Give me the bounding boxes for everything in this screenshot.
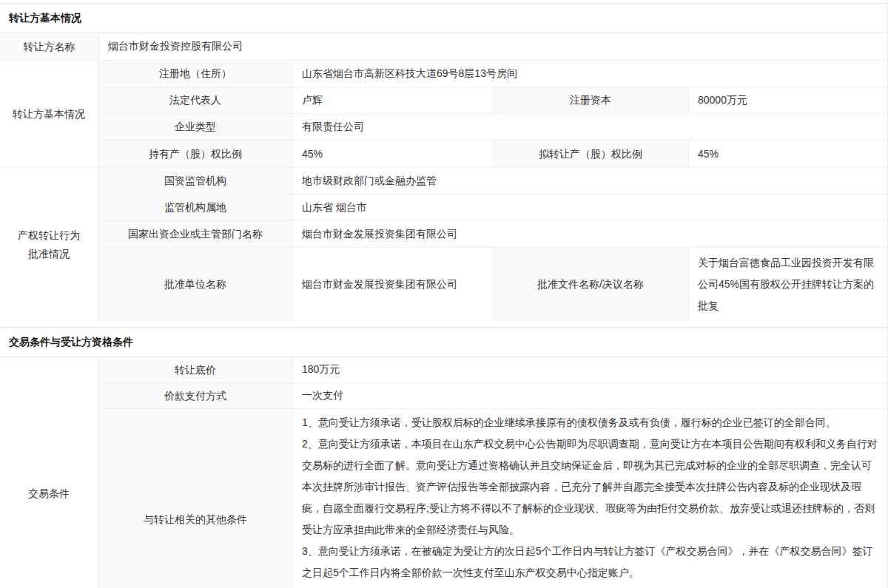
field-value-registered-capital: 80000万元: [688, 87, 887, 113]
table-row-equity-ratios: 持有产（股）权比例 45% 拟转让产（股）权比例 45%: [98, 141, 887, 167]
table-row-other-conditions: 与转让相关的其他条件 1、意向受让方须承诺，受让股权后标的企业继续承接原有的债权…: [98, 409, 887, 588]
other-conditions-paragraph-4: 4、意向受让方须承诺，若被确定为受让方，同意受让标的企业45%股权后，承接履行转…: [302, 584, 878, 588]
field-value-floor-price: 180万元: [292, 357, 887, 382]
table-row-approval-unit-doc: 批准单位名称 烟台市财金发展投资集团有限公司 批准文件名称/决议名称 关于烟台富…: [98, 248, 887, 321]
field-label-registered-address: 注册地（住所）: [98, 61, 292, 87]
table-row-transferor-name: 转让方名称 烟台市财金投资控股有限公司: [0, 33, 887, 61]
field-label-approval-unit: 批准单位名称: [98, 248, 292, 321]
group-rows-trade-conditions: 转让底价 180万元 价款支付方式 一次支付 与转让相关的其他条件 1、意向受让…: [98, 357, 887, 588]
table-row-company-type: 企业类型 有限责任公司: [98, 114, 887, 141]
other-conditions-paragraph-1: 1、意向受让方须承诺，受让股权后标的企业继续承接原有的债权债务及或有负债，履行标…: [302, 412, 878, 433]
field-label-regulator-region: 监管机构属地: [98, 195, 292, 220]
field-value-regulator-region: 山东省 烟台市: [292, 195, 887, 220]
section-transferor-basic-info: 转让方基本情况 转让方名称 烟台市财金投资控股有限公司 转让方基本情况 注册地（…: [0, 3, 887, 321]
table-row-floor-price: 转让底价 180万元: [98, 357, 887, 383]
group-transferor-basic: 转让方基本情况 注册地（住所） 山东省烟台市高新区科技大道69号8层13号房间 …: [0, 61, 887, 168]
field-label-regulator: 国资监管机构: [98, 168, 292, 194]
field-value-payment-method: 一次支付: [292, 383, 887, 408]
section-trade-conditions: 交易条件与受让方资格条件 交易条件 转让底价 180万元 价款支付方式 一次支付…: [0, 327, 887, 588]
table-row-regulator: 国资监管机构 地市级财政部门或金融办监管: [98, 168, 887, 195]
field-label-floor-price: 转让底价: [98, 357, 292, 382]
field-label-company-type: 企业类型: [98, 114, 292, 140]
field-label-legal-rep: 法定代表人: [98, 87, 292, 113]
field-label-registered-capital: 注册资本: [492, 87, 688, 113]
other-conditions-paragraph-3: 3、意向受让方须承诺，在被确定为受让方的次日起5个工作日内与转让方签订《产权交易…: [302, 541, 878, 584]
field-value-held-ratio: 45%: [292, 141, 492, 167]
group-rows-transferor-basic: 注册地（住所） 山东省烟台市高新区科技大道69号8层13号房间 法定代表人 卢辉…: [98, 61, 887, 167]
group-label-approval-status: 产权转让行为 批准情况: [0, 168, 98, 321]
field-label-transferor-name: 转让方名称: [0, 33, 98, 60]
field-label-to-transfer-ratio: 拟转让产（股）权比例: [492, 141, 688, 167]
field-label-held-ratio: 持有产（股）权比例: [98, 141, 292, 167]
field-value-legal-rep: 卢辉: [292, 87, 492, 113]
field-label-other-conditions: 与转让相关的其他条件: [98, 409, 292, 588]
field-value-approval-doc: 关于烟台富德食品工业园投资开发有限公司45%国有股权公开挂牌转让方案的批复: [688, 248, 887, 321]
transfer-listing-detail-page: 转让方基本情况 转让方名称 烟台市财金投资控股有限公司 转让方基本情况 注册地（…: [0, 0, 888, 588]
group-trade-conditions: 交易条件 转让底价 180万元 价款支付方式 一次支付 与转让相关的其他条件 1…: [0, 357, 887, 588]
field-label-payment-method: 价款支付方式: [98, 383, 292, 408]
group-label-transferor-basic: 转让方基本情况: [0, 61, 98, 167]
table-row-payment-method: 价款支付方式 一次支付: [98, 383, 887, 409]
field-value-transferor-name: 烟台市财金投资控股有限公司: [98, 33, 887, 60]
group-approval-status: 产权转让行为 批准情况 国资监管机构 地市级财政部门或金融办监管 监管机构属地 …: [0, 168, 887, 321]
table-row-legal-rep-capital: 法定代表人 卢辉 注册资本 80000万元: [98, 87, 887, 114]
table-row-state-enterprise: 国家出资企业或主管部门名称 烟台市财金发展投资集团有限公司: [98, 221, 887, 248]
field-value-other-conditions: 1、意向受让方须承诺，受让股权后标的企业继续承接原有的债权债务及或有负债，履行标…: [292, 409, 887, 588]
table-row-regulator-region: 监管机构属地 山东省 烟台市: [98, 195, 887, 221]
field-value-regulator: 地市级财政部门或金融办监管: [292, 168, 887, 194]
group-label-trade-conditions: 交易条件: [0, 357, 98, 588]
field-label-approval-doc: 批准文件名称/决议名称: [492, 248, 688, 321]
table-row-registered-address: 注册地（住所） 山东省烟台市高新区科技大道69号8层13号房间: [98, 61, 887, 87]
field-value-company-type: 有限责任公司: [292, 114, 887, 140]
field-value-approval-unit: 烟台市财金发展投资集团有限公司: [292, 248, 492, 321]
section-title-transferor: 转让方基本情况: [0, 4, 887, 33]
field-label-state-enterprise: 国家出资企业或主管部门名称: [98, 221, 292, 247]
other-conditions-paragraph-2: 2、意向受让方须承诺，本项目在山东产权交易中心公告期即为尽职调查期，意向受让方在…: [302, 433, 878, 541]
section-title-trade-conditions: 交易条件与受让方资格条件: [0, 328, 887, 357]
field-value-to-transfer-ratio: 45%: [688, 141, 887, 167]
field-value-state-enterprise: 烟台市财金发展投资集团有限公司: [292, 221, 887, 247]
field-value-registered-address: 山东省烟台市高新区科技大道69号8层13号房间: [292, 61, 887, 87]
group-rows-approval-status: 国资监管机构 地市级财政部门或金融办监管 监管机构属地 山东省 烟台市 国家出资…: [98, 168, 887, 321]
